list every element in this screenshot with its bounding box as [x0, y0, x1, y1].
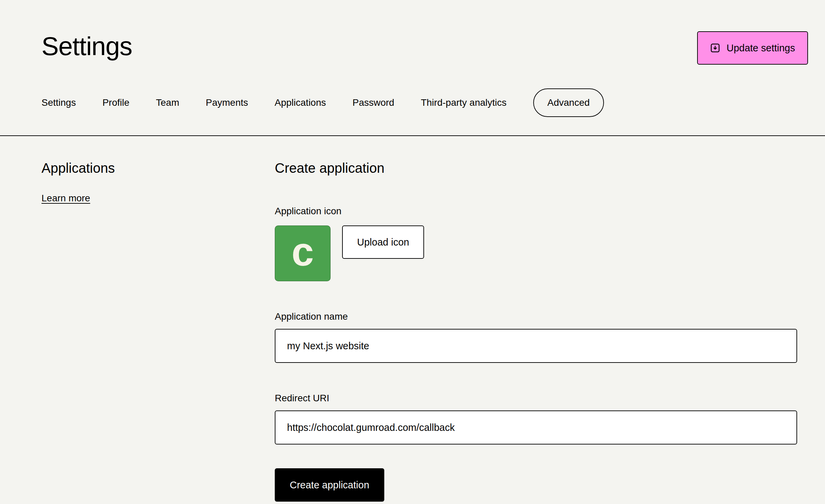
update-settings-button[interactable]: Update settings [697, 31, 808, 65]
section-intro: Applications Learn more [41, 161, 275, 502]
application-icon-letter: c [291, 232, 314, 272]
application-icon-row: c Upload icon [275, 225, 797, 281]
tab-password[interactable]: Password [353, 97, 394, 108]
form-heading: Create application [275, 161, 797, 176]
tab-payments[interactable]: Payments [206, 97, 248, 108]
redirect-uri-input[interactable] [275, 410, 797, 444]
tab-team[interactable]: Team [156, 97, 179, 108]
settings-tab-bar: Settings Profile Team Payments Applicati… [41, 88, 825, 117]
section-heading: Applications [41, 161, 275, 176]
update-settings-label: Update settings [726, 43, 795, 54]
create-application-button[interactable]: Create application [275, 468, 384, 502]
header: Settings Update settings [0, 0, 825, 65]
learn-more-link[interactable]: Learn more [41, 193, 90, 204]
tab-settings[interactable]: Settings [41, 97, 76, 108]
application-name-label: Application name [275, 311, 797, 322]
tab-advanced-active[interactable]: Advanced [533, 88, 604, 117]
tab-profile[interactable]: Profile [102, 97, 129, 108]
main-content: Applications Learn more Create applicati… [0, 136, 825, 504]
application-icon-preview[interactable]: c [275, 225, 331, 281]
application-icon-label: Application icon [275, 206, 797, 217]
create-application-form: Create application Application icon c Up… [275, 161, 797, 502]
tab-third-party-analytics[interactable]: Third-party analytics [421, 97, 506, 108]
tab-applications[interactable]: Applications [275, 97, 326, 108]
application-name-input[interactable] [275, 329, 797, 363]
redirect-uri-label: Redirect URI [275, 393, 797, 404]
save-icon [710, 43, 720, 53]
page-title: Settings [41, 31, 132, 61]
upload-icon-button[interactable]: Upload icon [342, 225, 424, 259]
